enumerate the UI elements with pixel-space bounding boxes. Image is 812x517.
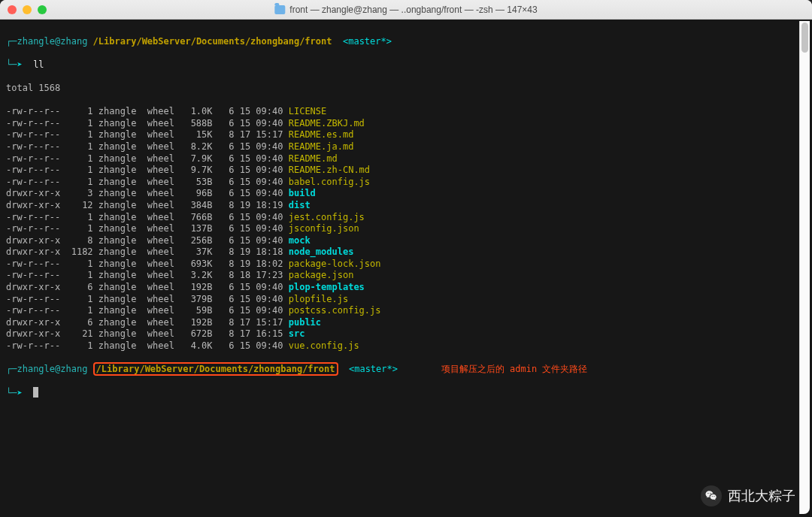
file-row: drwxr-xr-x 3 zhangle wheel 96B 6 15 09:4… bbox=[6, 188, 807, 200]
file-name: node_modules bbox=[289, 246, 354, 257]
traffic-lights bbox=[8, 5, 47, 14]
prompt-line: ┌─zhangle@zhang /Library/WebServer/Docum… bbox=[6, 364, 807, 376]
folder-icon bbox=[274, 5, 285, 14]
file-row: -rw-r--r-- 1 zhangle wheel 15K 8 17 15:1… bbox=[6, 129, 807, 141]
file-row: drwxr-xr-x 6 zhangle wheel 192B 6 15 09:… bbox=[6, 282, 807, 294]
minimize-icon[interactable] bbox=[23, 5, 32, 14]
file-name: babel.config.js bbox=[289, 177, 370, 187]
total-line: total 1568 bbox=[6, 83, 807, 95]
file-row: -rw-r--r-- 1 zhangle wheel 3.2K 8 18 17:… bbox=[6, 270, 807, 282]
file-row: -rw-r--r-- 1 zhangle wheel 693K 8 19 18:… bbox=[6, 258, 807, 271]
window-title: front — zhangle@zhang — ..ongbang/front … bbox=[274, 5, 537, 15]
file-name: mock bbox=[289, 235, 311, 246]
file-row: -rw-r--r-- 1 zhangle wheel 379B 6 15 09:… bbox=[6, 294, 807, 306]
file-row: drwxr-xr-x 12 zhangle wheel 384B 8 19 18… bbox=[6, 200, 807, 212]
file-row: -rw-r--r-- 1 zhangle wheel 7.9K 6 15 09:… bbox=[6, 153, 807, 165]
file-name: jest.config.js bbox=[289, 212, 365, 222]
file-name: README.md bbox=[289, 153, 338, 164]
window-title-text: front — zhangle@zhang — ..ongbang/front … bbox=[289, 5, 537, 15]
prompt-path: /Library/WebServer/Documents/zhongbang/f… bbox=[93, 36, 332, 47]
file-row: -rw-r--r-- 1 zhangle wheel 59B 6 15 09:4… bbox=[6, 305, 807, 317]
file-name: jsconfig.json bbox=[289, 223, 359, 234]
file-row: -rw-r--r-- 1 zhangle wheel 8.2K 6 15 09:… bbox=[6, 141, 807, 153]
file-row: drwxr-xr-x 1182 zhangle wheel 37K 8 19 1… bbox=[6, 246, 807, 258]
annotated-path: /Library/WebServer/Documents/zhongbang/f… bbox=[93, 362, 338, 376]
file-name: public bbox=[289, 317, 321, 328]
file-row: drwxr-xr-x 6 zhangle wheel 192B 8 17 15:… bbox=[6, 317, 807, 329]
path-annotation: 项目解压之后的 admin 文件夹路径 bbox=[441, 364, 588, 374]
terminal-window: front — zhangle@zhang — ..ongbang/front … bbox=[0, 0, 812, 517]
watermark: 西北大粽子 bbox=[701, 485, 795, 506]
file-name: README.es.md bbox=[289, 129, 354, 140]
file-row: -rw-r--r-- 1 zhangle wheel 53B 6 15 09:4… bbox=[6, 177, 807, 189]
titlebar: front — zhangle@zhang — ..ongbang/front … bbox=[0, 0, 812, 20]
file-name: build bbox=[289, 188, 316, 198]
file-name: README.zh-CN.md bbox=[289, 165, 370, 175]
file-listing: -rw-r--r-- 1 zhangle wheel 1.0K 6 15 09:… bbox=[6, 106, 807, 352]
file-row: -rw-r--r-- 1 zhangle wheel 588B 6 15 09:… bbox=[6, 118, 807, 130]
prompt-branch: <master*> bbox=[349, 364, 398, 374]
prompt-line: ┌─zhangle@zhang /Library/WebServer/Docum… bbox=[6, 36, 807, 48]
file-name: LICENSE bbox=[289, 106, 327, 116]
close-icon[interactable] bbox=[8, 5, 17, 14]
file-name: vue.config.js bbox=[289, 340, 359, 351]
file-name: postcss.config.js bbox=[289, 305, 381, 316]
file-name: plopfile.js bbox=[289, 294, 348, 304]
file-name: README.ja.md bbox=[289, 141, 354, 152]
command-line[interactable]: └─➤ bbox=[6, 387, 807, 400]
file-row: -rw-r--r-- 1 zhangle wheel 1.0K 6 15 09:… bbox=[6, 106, 807, 118]
watermark-text: 西北大粽子 bbox=[728, 487, 795, 505]
prompt-user: zhangle@zhang bbox=[17, 36, 87, 47]
terminal-viewport[interactable]: ┌─zhangle@zhang /Library/WebServer/Docum… bbox=[0, 20, 812, 517]
prompt-user: zhangle@zhang bbox=[17, 364, 87, 374]
file-row: -rw-r--r-- 1 zhangle wheel 137B 6 15 09:… bbox=[6, 223, 807, 235]
wechat-icon bbox=[701, 485, 722, 506]
scrollbar-thumb[interactable] bbox=[801, 23, 808, 53]
file-row: drwxr-xr-x 21 zhangle wheel 672B 8 17 16… bbox=[6, 328, 807, 340]
file-row: -rw-r--r-- 1 zhangle wheel 766B 6 15 09:… bbox=[6, 212, 807, 224]
file-name: README.ZBKJ.md bbox=[289, 118, 365, 128]
file-name: dist bbox=[289, 200, 311, 210]
file-row: drwxr-xr-x 8 zhangle wheel 256B 6 15 09:… bbox=[6, 235, 807, 247]
command-text: ll bbox=[33, 59, 44, 70]
prompt-branch: <master*> bbox=[343, 36, 392, 47]
cursor-icon bbox=[33, 387, 38, 398]
scrollbar[interactable] bbox=[799, 21, 810, 514]
maximize-icon[interactable] bbox=[38, 5, 47, 14]
command-line: └─➤ ll bbox=[6, 59, 807, 71]
file-name: package-lock.json bbox=[289, 258, 381, 269]
file-name: plop-templates bbox=[289, 282, 365, 292]
file-name: package.json bbox=[289, 270, 354, 280]
file-row: -rw-r--r-- 1 zhangle wheel 9.7K 6 15 09:… bbox=[6, 165, 807, 177]
file-name: src bbox=[289, 328, 305, 339]
file-row: -rw-r--r-- 1 zhangle wheel 4.0K 6 15 09:… bbox=[6, 340, 807, 352]
